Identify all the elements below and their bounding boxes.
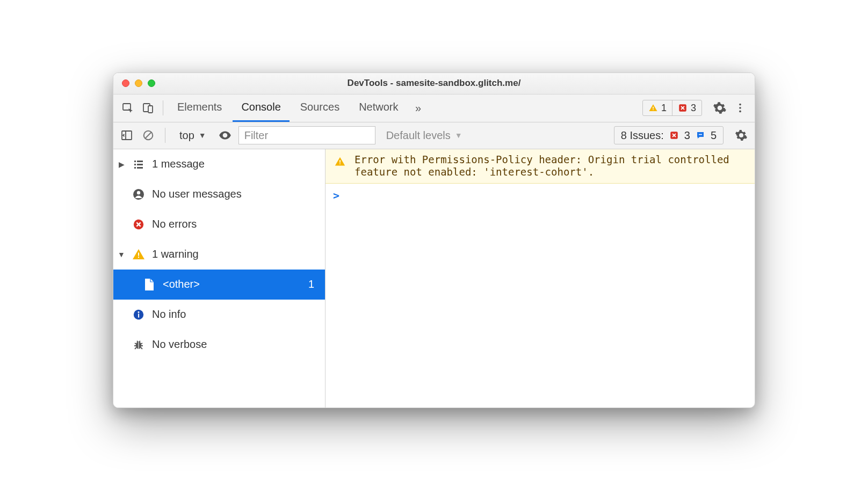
messages-label: 1 message <box>152 158 205 170</box>
console-settings-gear-icon[interactable] <box>733 127 749 143</box>
svg-point-23 <box>137 191 140 194</box>
issues-button[interactable]: 8 Issues: 3 5 <box>614 126 724 144</box>
svg-point-6 <box>739 104 741 106</box>
disclosure-triangle-icon[interactable]: ▶ <box>118 160 125 169</box>
settings-gear-icon[interactable] <box>711 99 729 117</box>
errors-count: 3 <box>691 103 696 114</box>
sidebar-item-warnings[interactable]: ▼ 1 warning <box>113 239 325 270</box>
svg-rect-20 <box>134 167 136 169</box>
issues-label: 8 Issues: <box>621 129 664 142</box>
svg-rect-2 <box>148 106 153 113</box>
other-count: 1 <box>308 278 320 290</box>
user-icon <box>132 187 146 201</box>
divider <box>165 128 165 143</box>
svg-rect-19 <box>137 164 143 165</box>
tab-network[interactable]: Network <box>350 94 407 122</box>
svg-rect-17 <box>137 161 143 162</box>
sidebar-item-errors[interactable]: No errors <box>113 209 325 239</box>
console-warning-row[interactable]: Error with Permissions-Policy header: Or… <box>326 149 755 184</box>
chevron-down-icon: ▼ <box>199 131 206 140</box>
svg-line-12 <box>146 133 151 139</box>
device-toolbar-icon[interactable] <box>139 99 157 117</box>
error-icon <box>132 217 146 231</box>
warnings-count: 1 <box>661 103 667 114</box>
error-icon <box>669 130 679 140</box>
sidebar-item-other[interactable]: <other> 1 <box>113 270 325 300</box>
tab-elements[interactable]: Elements <box>169 94 230 122</box>
traffic-lights <box>122 79 155 87</box>
inspect-element-icon[interactable] <box>119 99 137 117</box>
console-toolbar: top ▼ Default levels ▼ 8 Issues: 3 5 <box>113 122 755 149</box>
svg-rect-16 <box>134 161 136 162</box>
log-levels-selector[interactable]: Default levels ▼ <box>381 126 468 144</box>
tab-console[interactable]: Console <box>233 94 289 122</box>
issues-error-count: 3 <box>684 129 690 142</box>
window-title: DevTools - samesite-sandbox.glitch.me/ <box>113 78 755 89</box>
minimize-window-button[interactable] <box>135 79 142 87</box>
bug-icon <box>132 338 146 352</box>
warning-icon <box>132 248 146 261</box>
errors-badge[interactable]: 3 <box>672 100 701 115</box>
svg-rect-21 <box>137 167 143 169</box>
info-label: No info <box>152 308 186 321</box>
live-expression-icon[interactable] <box>217 127 233 143</box>
maximize-window-button[interactable] <box>148 79 155 87</box>
warnings-label: 1 warning <box>152 248 199 260</box>
devtools-window: DevTools - samesite-sandbox.glitch.me/ E… <box>113 72 755 408</box>
svg-rect-18 <box>134 164 136 165</box>
user-label: No user messages <box>152 188 242 200</box>
svg-rect-28 <box>138 314 139 317</box>
chat-icon <box>696 130 705 140</box>
other-label: <other> <box>163 278 200 290</box>
console-sidebar: ▶ 1 message No user messages No errors <box>113 149 326 408</box>
prompt-caret-icon: > <box>333 189 339 202</box>
console-prompt[interactable]: > <box>326 184 755 207</box>
issues-chat-count: 5 <box>711 129 717 142</box>
close-window-button[interactable] <box>122 79 129 87</box>
filter-input[interactable] <box>238 126 375 144</box>
list-icon <box>132 157 146 171</box>
svg-rect-3 <box>653 107 654 109</box>
tab-sources[interactable]: Sources <box>292 94 348 122</box>
sidebar-item-verbose[interactable]: No verbose <box>113 330 325 360</box>
errors-label: No errors <box>152 218 197 230</box>
file-icon <box>142 278 156 292</box>
sidebar-item-messages[interactable]: ▶ 1 message <box>113 149 325 179</box>
svg-point-7 <box>739 107 741 109</box>
svg-rect-26 <box>138 257 139 258</box>
warning-message: Error with Permissions-Policy header: Or… <box>355 154 747 179</box>
svg-rect-33 <box>339 163 341 164</box>
svg-rect-25 <box>138 252 139 256</box>
more-tabs-button[interactable]: » <box>409 99 428 117</box>
status-badges[interactable]: 1 3 <box>642 100 702 116</box>
info-icon <box>132 308 146 322</box>
svg-point-13 <box>224 134 226 136</box>
svg-point-29 <box>138 311 140 312</box>
warning-icon <box>333 155 347 169</box>
chevron-down-icon: ▼ <box>455 131 462 140</box>
titlebar: DevTools - samesite-sandbox.glitch.me/ <box>113 73 755 94</box>
svg-point-8 <box>739 111 741 113</box>
toggle-sidebar-icon[interactable] <box>119 127 135 143</box>
main-tabbar: Elements Console Sources Network » 1 3 <box>113 94 755 122</box>
context-selector[interactable]: top ▼ <box>174 126 212 144</box>
clear-console-icon[interactable] <box>140 127 156 143</box>
sidebar-item-user[interactable]: No user messages <box>113 179 325 209</box>
kebab-menu-icon[interactable] <box>731 99 749 117</box>
context-label: top <box>179 129 194 142</box>
svg-rect-32 <box>339 160 341 163</box>
warnings-badge[interactable]: 1 <box>643 100 672 115</box>
levels-label: Default levels <box>386 129 451 142</box>
divider <box>163 100 163 115</box>
main-area: ▶ 1 message No user messages No errors <box>113 149 755 408</box>
sidebar-item-info[interactable]: No info <box>113 300 325 330</box>
verbose-label: No verbose <box>152 338 207 351</box>
disclosure-triangle-icon[interactable]: ▼ <box>118 250 125 259</box>
console-output: Error with Permissions-Policy header: Or… <box>326 149 755 408</box>
svg-rect-4 <box>653 110 654 111</box>
